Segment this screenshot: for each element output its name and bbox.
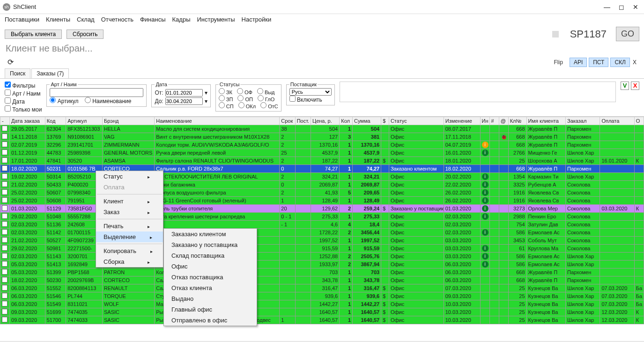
art-input[interactable] <box>50 88 143 97</box>
menu-Отчетность[interactable]: Отчетность <box>101 16 133 23</box>
table-row[interactable]: 02.07.201932296239141701ZIMMERMANNКолодк… <box>0 141 644 149</box>
ctx-item[interactable]: Клиент <box>96 196 163 207</box>
table-row[interactable]: 06.03.2020515498311021WOLFМасло1442,2711… <box>0 300 644 308</box>
ctx-sub-item[interactable]: Отказ клиента <box>164 283 257 293</box>
ctx-item[interactable]: Заказ <box>96 207 163 217</box>
menu-Финансы[interactable]: Финансы <box>140 16 166 23</box>
menu-Кадры[interactable]: Кадры <box>172 16 191 23</box>
window-title: ShClient <box>13 3 604 10</box>
fs-date: Дата От:▾ До:▾ <box>151 82 210 107</box>
col-header[interactable]: Срок <box>280 117 295 125</box>
menu-Инструменты[interactable]: Инструменты <box>197 16 235 23</box>
col-header[interactable]: Изменение <box>444 117 480 125</box>
r-art[interactable]: Артикул <box>50 98 78 104</box>
col-header[interactable]: Ин <box>480 117 489 125</box>
menu-Склад[interactable]: Склад <box>77 16 95 23</box>
col-header[interactable]: Сумма <box>353 117 381 125</box>
table-row[interactable]: 29.05.2017623048FX35121303HELLAМасло для… <box>0 125 644 133</box>
api-badge[interactable]: API <box>570 58 587 67</box>
ctx-sub-item[interactable]: Заказано клиентом <box>164 229 257 239</box>
col-header[interactable]: Кол <box>340 117 353 125</box>
table-row[interactable]: 14.11.201813769N91086901VAGВинт с внутре… <box>0 133 644 141</box>
col-header[interactable]: Артикул <box>66 117 103 125</box>
ctx-sub-item[interactable]: Главный офис <box>164 304 257 315</box>
ctx-item[interactable]: Выделение <box>96 231 163 242</box>
col-header[interactable]: Брэнд <box>103 117 155 125</box>
cb-include[interactable]: Включить <box>289 97 322 103</box>
context-menu[interactable]: СтатусОплатаКлиентЗаказПечатьВыделениеКо… <box>96 171 163 268</box>
ctx-item[interactable]: Сборка <box>96 256 163 267</box>
fs-status: Статусы ЗК ОФ Выд ЗП ОП ГлО СП ОКл ОтС <box>215 82 281 112</box>
fs-art: Арт / Наим Артикул Наименование <box>46 82 147 107</box>
col-header[interactable]: # <box>489 117 499 125</box>
filters-panel: Фильтры Арт / Наим Дата Только мои Арт /… <box>0 79 644 116</box>
col-header[interactable]: Наименование <box>155 117 280 125</box>
col-header[interactable]: Пост. <box>295 117 311 125</box>
close-panel[interactable]: X <box>630 58 639 67</box>
select-client-button[interactable]: Выбрать клиента <box>5 30 62 39</box>
context-submenu-selection[interactable]: Заказано клиентомЗаказано у поставщикаСк… <box>163 228 257 326</box>
date-to[interactable] <box>165 97 203 105</box>
col-header[interactable]: Дата заказа <box>10 117 45 125</box>
cb-date[interactable]: Дата <box>5 97 42 105</box>
col-header[interactable]: Кл№ <box>508 117 526 125</box>
cb-filters[interactable]: Фильтры <box>5 82 42 89</box>
minimize-icon[interactable]: — <box>604 3 610 11</box>
tab-search[interactable]: Поиск <box>5 68 30 78</box>
menubar: ПоставщикиКлиентыСкладОтчетностьФинансыК… <box>0 14 644 25</box>
menu-Поставщики[interactable]: Поставщики <box>5 16 39 23</box>
maximize-icon[interactable]: ◻ <box>619 3 624 11</box>
cb-mine[interactable]: Только мои <box>5 105 42 113</box>
ctx-sub-item[interactable]: Офис <box>164 261 257 272</box>
col-header[interactable]: Цена, р. <box>311 117 340 125</box>
close-icon[interactable]: ✕ <box>633 3 638 11</box>
menu-Клиенты[interactable]: Клиенты <box>46 16 70 23</box>
col-header[interactable]: Оплата <box>600 117 634 125</box>
col-header[interactable]: О <box>634 117 644 125</box>
sp-prefix-box <box>552 31 559 37</box>
table-row[interactable]: 05.03.202051399PBP1568PATRONКолод7031703… <box>0 268 644 276</box>
table-row[interactable]: 01.12.20194478325989398GENERAL MOTORSРуч… <box>0 149 644 157</box>
ctx-item[interactable]: Копировать <box>96 246 163 256</box>
ctx-sub-item[interactable]: Выдано <box>164 293 257 304</box>
fs-supplier: Поставщик Русь Включить <box>286 82 335 105</box>
table-row[interactable]: 09.03.2020517007474033SASICРычаг RENAULT… <box>0 316 644 324</box>
reset-button[interactable]: Сбросить <box>67 30 104 39</box>
apply-icon[interactable]: V <box>621 82 629 90</box>
ctx-sub-item[interactable]: Склад поставщика <box>164 250 257 261</box>
ctx-item[interactable]: Статус <box>96 171 163 182</box>
ctx-sub-item[interactable]: Отправлено в офис <box>164 315 257 326</box>
table-row[interactable]: 06.03.202051546PL744TORQUEСтупи939,61939… <box>0 292 644 300</box>
ctx-sub-item[interactable]: Отказ поставщика <box>164 272 257 283</box>
supplier-select[interactable]: Русь <box>289 88 332 96</box>
col-header[interactable]: @ <box>499 117 508 125</box>
ctx-sub-item[interactable]: Заказано у поставщика <box>164 239 257 250</box>
flip-label[interactable]: Flip <box>554 59 568 66</box>
col-header[interactable]: $ <box>381 117 389 125</box>
statusbar: Заказов: 309 <box>0 341 644 343</box>
col-header[interactable]: Код <box>45 117 66 125</box>
go-button[interactable]: GO <box>616 27 639 41</box>
client-status: Клиент не выбран... <box>0 43 644 56</box>
table-row[interactable]: 18.02.20205023020029769BCORTECOСальн343,… <box>0 276 644 284</box>
cancel-icon[interactable]: X <box>631 82 639 90</box>
date-from[interactable] <box>165 89 203 97</box>
col-header[interactable]: - <box>0 117 10 125</box>
skl-badge[interactable]: СКЛ <box>610 58 630 67</box>
table-row[interactable]: 06.03.2020515528200884113RENAULTСальн316… <box>0 284 644 292</box>
table-row[interactable]: 17.01.20204784130520ASAMSAФильтр салона … <box>0 157 644 165</box>
cb-art[interactable]: Арт / Наим <box>5 89 42 97</box>
col-header[interactable]: Статус <box>389 117 444 125</box>
toolbar-actions: ⟳ Flip API ПСТ СКЛ X <box>0 56 644 68</box>
ctx-item[interactable]: Оплата <box>96 182 163 193</box>
pst-badge[interactable]: ПСТ <box>589 58 608 67</box>
ctx-item[interactable]: Печать <box>96 221 163 231</box>
tab-orders[interactable]: Заказы (7) <box>31 68 69 78</box>
menu-Настройки[interactable]: Настройки <box>242 16 272 23</box>
refresh-icon[interactable]: ⟳ <box>5 57 16 67</box>
col-header[interactable]: Заказал <box>566 117 600 125</box>
table-row[interactable]: 09.03.2020516997474035SASICРычаг1640,571… <box>0 308 644 316</box>
r-name[interactable]: Наименование <box>85 98 132 104</box>
col-header[interactable]: Имя клиента <box>526 117 565 125</box>
orders-table-wrap[interactable]: -Дата заказаКодАртикулБрэндНаименованиеС… <box>0 116 644 341</box>
